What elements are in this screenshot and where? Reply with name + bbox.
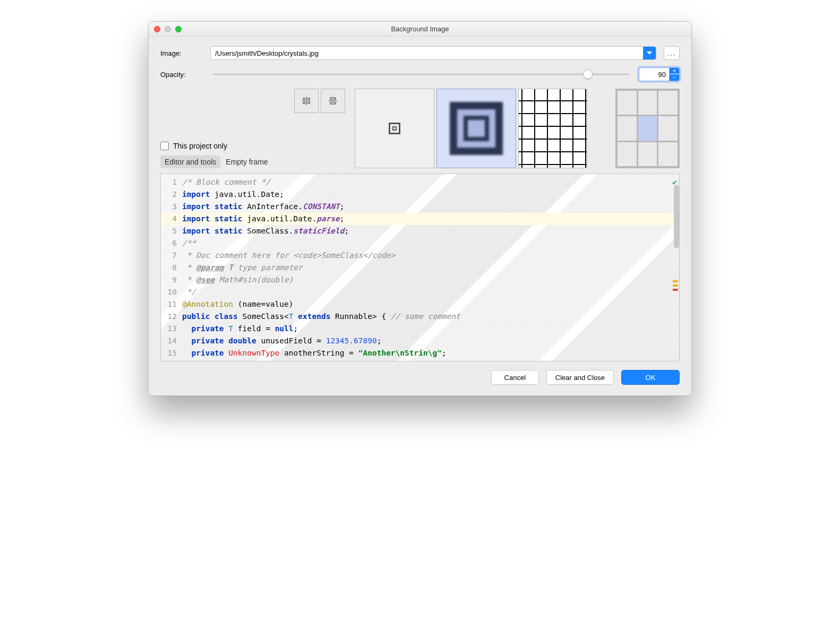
code-token: "Another\nStrin\g" (358, 349, 442, 357)
anchor-ml[interactable] (618, 116, 637, 140)
scale-icon (437, 89, 516, 168)
code-token: <code>SomeClass</code> (294, 251, 396, 260)
code-token: @Annotation (182, 300, 233, 308)
code-token: (double) (256, 275, 294, 284)
clear-and-close-button[interactable]: Clear and Close (546, 370, 614, 385)
code-token: static (210, 202, 242, 211)
code-token: import (182, 227, 210, 235)
image-path-dropdown[interactable] (643, 47, 656, 59)
cancel-button[interactable]: Cancel (491, 370, 539, 385)
code-token: UnknownType (228, 349, 279, 357)
code-token: AnInterface. (243, 202, 303, 211)
code-token: */ (182, 288, 196, 296)
code-token: java.util.Date. (243, 214, 317, 223)
code-token: double (228, 336, 256, 345)
code-token: public (182, 312, 210, 321)
tab-empty-frame[interactable]: Empty frame (221, 156, 272, 168)
anchor-grid (615, 89, 680, 168)
anchor-tl[interactable] (618, 91, 637, 115)
line-number: 10 (161, 286, 177, 298)
code-token: import (182, 202, 210, 211)
opacity-input[interactable] (639, 71, 669, 79)
line-number: 13 (161, 323, 177, 335)
opacity-label: Opacity: (160, 71, 203, 79)
browse-button[interactable]: ... (664, 46, 680, 60)
code-token: import (182, 214, 210, 223)
opacity-spinner[interactable]: + − (639, 67, 680, 81)
square-icon (389, 123, 400, 134)
code-token: import (182, 190, 210, 198)
line-number: 1 (161, 176, 177, 188)
opacity-increment[interactable]: + (670, 68, 679, 74)
opacity-slider-thumb[interactable] (583, 70, 593, 79)
tab-editor-and-tools[interactable]: Editor and tools (160, 156, 220, 168)
placement-plain[interactable] (355, 89, 434, 168)
project-only-checkbox[interactable] (160, 142, 169, 150)
flip-horizontal-icon (301, 95, 312, 107)
image-path-combo[interactable] (210, 46, 656, 60)
editor-markers (672, 174, 679, 361)
code-token: SomeClass. (243, 227, 294, 235)
flip-horizontal-button[interactable] (294, 89, 319, 113)
anchor-bl[interactable] (618, 142, 637, 166)
image-row: Image: ... (160, 46, 680, 60)
code-token: ; (345, 227, 349, 235)
opacity-row: Opacity: + − (160, 67, 680, 81)
anchor-mc[interactable] (638, 116, 657, 140)
anchor-br[interactable] (658, 142, 678, 166)
dialog-content: Image: ... Opacity: + − (149, 37, 691, 361)
line-number: 11 (161, 298, 177, 310)
code-token: Math#sin (215, 275, 256, 284)
warning-marker[interactable] (673, 284, 678, 287)
code-token: private (182, 349, 228, 357)
editor-preview: 1 2 3 4 5 6 7 8 9 10 11 12 13 14 15 /* B… (160, 174, 680, 361)
code-token: static (210, 214, 242, 223)
code-token: T (289, 312, 294, 321)
code-token: staticField (294, 227, 345, 235)
project-only-checkbox-row: This project only (160, 142, 282, 150)
code-token: extends (294, 312, 331, 321)
gutter: 1 2 3 4 5 6 7 8 9 10 11 12 13 14 15 (161, 174, 180, 361)
code-token: // some comment (391, 312, 460, 321)
line-number: 6 (161, 237, 177, 249)
titlebar: Background Image (149, 22, 691, 37)
code-token: field = (233, 324, 275, 333)
error-marker[interactable] (673, 289, 678, 291)
anchor-mr[interactable] (658, 116, 678, 140)
placement-scale[interactable] (436, 89, 516, 168)
code-token: /* Block comment */ (182, 178, 270, 186)
anchor-tr[interactable] (658, 91, 678, 115)
anchor-bc[interactable] (638, 142, 657, 166)
code-token: (name=value) (233, 300, 294, 308)
code-token: ; (340, 214, 345, 223)
image-path-input[interactable] (211, 47, 643, 59)
dialog-footer: Cancel Clear and Close OK (149, 361, 691, 395)
line-number: 3 (161, 201, 177, 213)
code-token: unusedField = (256, 336, 326, 345)
code-token: * Doc comment here for (182, 251, 294, 260)
opacity-decrement[interactable]: − (670, 74, 679, 81)
dialog-window: Background Image Image: ... Opacity: (148, 21, 692, 396)
line-number: 12 (161, 310, 177, 323)
line-number: 7 (161, 249, 177, 262)
opacity-slider[interactable] (212, 73, 629, 75)
flip-buttons (294, 89, 345, 113)
code-token: type parameter (233, 263, 303, 272)
line-number: 15 (161, 347, 177, 359)
code-token: private (182, 324, 228, 333)
line-number: 5 (161, 225, 177, 237)
code-token: ; (294, 324, 298, 333)
code-token: @see (196, 275, 215, 284)
target-tabs: Editor and tools Empty frame (160, 156, 282, 168)
placement-tile[interactable] (518, 89, 587, 168)
flip-vertical-button[interactable] (321, 89, 345, 113)
code-area[interactable]: /* Block comment */ import java.util.Dat… (182, 176, 668, 359)
code-token: ; (442, 349, 447, 357)
placement-options (355, 89, 587, 168)
warning-marker[interactable] (673, 280, 678, 282)
ok-button[interactable]: OK (621, 370, 680, 385)
line-number: 9 (161, 274, 177, 286)
anchor-tc[interactable] (638, 91, 657, 115)
line-number: 2 (161, 188, 177, 201)
code-token: java.util.Date; (210, 190, 284, 198)
